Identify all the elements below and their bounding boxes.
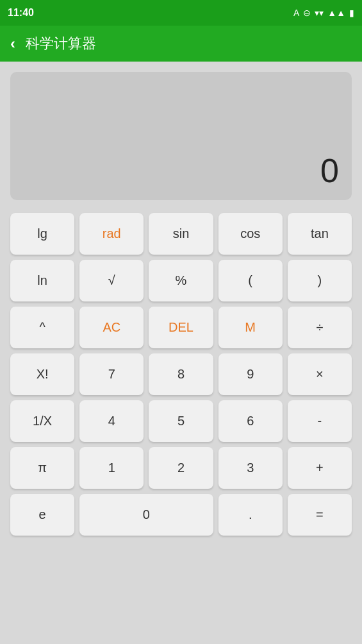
add-button[interactable]: + xyxy=(288,447,352,489)
0-button[interactable]: 0 xyxy=(79,494,213,536)
status-time: 11:40 xyxy=(8,7,34,19)
dot-button[interactable]: . xyxy=(218,494,283,536)
mem-button[interactable]: M xyxy=(218,307,283,348)
ac-button[interactable]: AC xyxy=(79,307,144,348)
e-button[interactable]: e xyxy=(10,494,74,536)
sqrt-button[interactable]: √ xyxy=(79,260,144,301)
lg-button[interactable]: lg xyxy=(10,213,74,255)
div-button[interactable]: ÷ xyxy=(288,307,352,348)
signal-icon: ▲▲ xyxy=(327,8,345,18)
7-button[interactable]: 7 xyxy=(79,353,144,395)
mul-button[interactable]: × xyxy=(288,353,352,395)
5-button[interactable]: 5 xyxy=(149,400,213,442)
battery-icon: ▮ xyxy=(349,8,354,18)
rparen-button[interactable]: ) xyxy=(288,260,352,301)
9-button[interactable]: 9 xyxy=(218,353,283,395)
cos-button[interactable]: cos xyxy=(218,213,283,255)
display: 0 xyxy=(10,72,352,200)
button-grid: lgradsincostanln√%()^ACDELM÷X!789×1/X456… xyxy=(10,213,352,536)
ln-button[interactable]: ln xyxy=(10,260,74,301)
lparen-button[interactable]: ( xyxy=(218,260,283,301)
1-button[interactable]: 1 xyxy=(79,447,144,489)
status-icon-minus: ⊖ xyxy=(303,8,311,18)
del-button[interactable]: DEL xyxy=(149,307,213,348)
pct-button[interactable]: % xyxy=(149,260,213,301)
xfact-button[interactable]: X! xyxy=(10,353,74,395)
6-button[interactable]: 6 xyxy=(218,400,283,442)
2-button[interactable]: 2 xyxy=(149,447,213,489)
pow-button[interactable]: ^ xyxy=(10,307,74,348)
pi-button[interactable]: π xyxy=(10,447,74,489)
status-icon-block: A xyxy=(293,8,299,18)
app-title: 科学计算器 xyxy=(26,34,96,53)
display-value: 0 xyxy=(320,151,339,190)
status-icons: A ⊖ ▾▾ ▲▲ ▮ xyxy=(293,8,354,18)
top-bar: ‹ 科学计算器 xyxy=(0,26,362,62)
sub-button[interactable]: - xyxy=(288,400,352,442)
wifi-icon: ▾▾ xyxy=(315,8,324,18)
eq-button[interactable]: = xyxy=(288,494,352,536)
main-content: 0 lgradsincostanln√%()^ACDELM÷X!789×1/X4… xyxy=(0,62,362,644)
sin-button[interactable]: sin xyxy=(149,213,213,255)
back-button[interactable]: ‹ xyxy=(10,35,15,53)
tan-button[interactable]: tan xyxy=(288,213,352,255)
3-button[interactable]: 3 xyxy=(218,447,283,489)
rad-button[interactable]: rad xyxy=(79,213,144,255)
4-button[interactable]: 4 xyxy=(79,400,144,442)
status-bar: 11:40 A ⊖ ▾▾ ▲▲ ▮ xyxy=(0,0,362,26)
inv-button[interactable]: 1/X xyxy=(10,400,74,442)
8-button[interactable]: 8 xyxy=(149,353,213,395)
